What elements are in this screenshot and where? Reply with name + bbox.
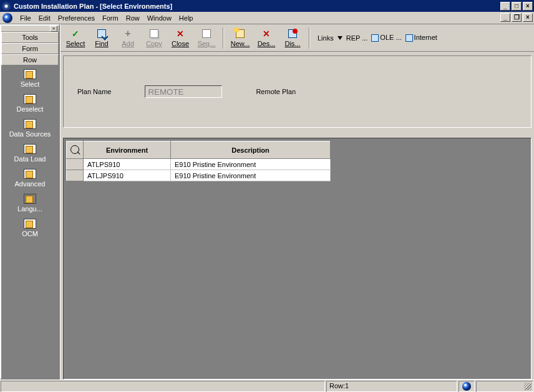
toolbar-add-button: + Add (115, 26, 140, 50)
main-area: ✓ Select Find + Add Copy ✕ Close Seq... (60, 24, 534, 380)
cell-description[interactable]: E910 Pristine Environment (171, 159, 331, 170)
links-dropdown-icon[interactable] (337, 36, 342, 40)
globe-small-icon (462, 382, 471, 391)
toolbar-find-button[interactable]: Find (89, 26, 114, 50)
menu-window[interactable]: Window (143, 13, 175, 23)
row-selector[interactable] (67, 159, 84, 170)
environments-table[interactable]: Environment Description ATLPS910 E910 Pr… (66, 141, 331, 181)
toolbar-separator (223, 27, 224, 49)
menu-preferences[interactable]: Preferences (54, 13, 99, 23)
plan-desc-label: Remote Plan (256, 88, 296, 95)
search-icon (70, 145, 79, 154)
status-row: Row:1 (326, 381, 457, 392)
toolbar-dis-button[interactable]: Dis... (280, 26, 305, 50)
titlebar: Custom Installation Plan - [Select Envir… (0, 0, 534, 12)
des-icon: ✕ (261, 28, 272, 39)
row-selector[interactable] (67, 170, 84, 181)
find-icon (97, 29, 106, 38)
close-window-button[interactable]: × (523, 2, 533, 11)
minimize-button[interactable]: _ (500, 2, 510, 11)
menu-form[interactable]: Form (99, 13, 122, 23)
plus-icon: + (122, 28, 134, 39)
data-load-icon (24, 144, 36, 154)
menu-edit[interactable]: Edit (35, 13, 54, 23)
sidebar-grip[interactable]: × (1, 26, 59, 32)
status-cell-4 (476, 381, 533, 392)
content-area: Plan Name Remote Plan Environment Descri… (61, 52, 534, 380)
plan-name-input[interactable] (145, 85, 222, 98)
table-row[interactable]: ATLJPS910 E910 Pristine Environment (67, 170, 331, 181)
data-sources-icon (24, 119, 36, 129)
sidebar-close-icon[interactable]: × (50, 26, 57, 32)
cell-environment[interactable]: ATLPS910 (84, 159, 171, 170)
ole-icon (371, 34, 379, 42)
table-row[interactable]: ATLPS910 E910 Pristine Environment (67, 159, 331, 170)
menu-file[interactable]: File (16, 13, 35, 23)
new-icon (236, 29, 245, 38)
sidebar: × Tools Form Row Select Deselect Data So… (0, 24, 60, 380)
col-header-environment[interactable]: Environment (84, 141, 171, 159)
sidebar-button-row[interactable]: Row (1, 54, 59, 65)
link-ole[interactable]: OLE ... (371, 34, 401, 42)
menu-row[interactable]: Row (122, 13, 143, 23)
sidebar-action-data-load[interactable]: Data Load (1, 144, 59, 163)
app-icon (1, 1, 11, 11)
mdi-close-button[interactable]: × (523, 13, 533, 22)
plan-name-label: Plan Name (77, 88, 111, 95)
select-icon (24, 69, 36, 79)
resize-grip[interactable] (524, 383, 532, 390)
link-internet[interactable]: Internet (405, 34, 437, 42)
col-header-description[interactable]: Description (171, 141, 331, 159)
sidebar-button-tools[interactable]: Tools (1, 32, 59, 43)
row-selector-header[interactable] (67, 141, 84, 159)
status-cell-1 (1, 381, 325, 392)
sidebar-action-deselect[interactable]: Deselect (1, 94, 59, 113)
menubar: File Edit Preferences Form Row Window He… (0, 12, 534, 24)
sidebar-action-ocm[interactable]: OCM (1, 219, 59, 237)
link-rep[interactable]: REP ... (346, 34, 368, 42)
sidebar-action-advanced[interactable]: Advanced (1, 169, 59, 188)
maximize-button[interactable]: □ (512, 2, 522, 11)
form-panel: Plan Name Remote Plan (63, 55, 532, 128)
statusbar: Row:1 (0, 380, 534, 392)
sidebar-action-languages[interactable]: Langu... (1, 194, 59, 213)
toolbar-des-button[interactable]: ✕ Des... (254, 26, 279, 50)
mdi-restore-button[interactable]: ❐ (512, 13, 522, 22)
toolbar-seq-button: Seq... (194, 26, 219, 50)
links-area: Links REP ... OLE ... Internet (318, 34, 437, 42)
toolbar-close-button[interactable]: ✕ Close (168, 26, 193, 50)
dis-icon (288, 29, 297, 38)
sidebar-panel: Select Deselect Data Sources Data Load A… (1, 65, 59, 378)
copy-icon (150, 29, 158, 38)
cell-environment[interactable]: ATLJPS910 (84, 170, 171, 181)
ocm-icon (24, 219, 36, 229)
internet-icon (405, 34, 413, 42)
links-label: Links (318, 34, 334, 42)
sidebar-action-select[interactable]: Select (1, 69, 59, 88)
close-icon: ✕ (175, 28, 186, 39)
languages-icon (24, 194, 36, 204)
status-globe (459, 381, 475, 392)
grid-area[interactable]: Environment Description ATLPS910 E910 Pr… (63, 138, 532, 380)
window-title: Custom Installation Plan - [Select Envir… (14, 2, 500, 10)
advanced-icon (24, 169, 36, 179)
sidebar-action-data-sources[interactable]: Data Sources (1, 119, 59, 138)
menu-help[interactable]: Help (175, 13, 197, 23)
globe-icon (2, 13, 12, 23)
toolbar-select-button[interactable]: ✓ Select (63, 26, 88, 50)
check-icon: ✓ (70, 28, 81, 39)
seq-icon (202, 29, 211, 38)
toolbar-new-button[interactable]: New... (228, 26, 253, 50)
toolbar: ✓ Select Find + Add Copy ✕ Close Seq... (61, 24, 534, 52)
toolbar-copy-button: Copy (142, 26, 167, 50)
cell-description[interactable]: E910 Pristine Environment (171, 170, 331, 181)
toolbar-separator-2 (309, 27, 310, 49)
sidebar-button-form[interactable]: Form (1, 43, 59, 54)
deselect-icon (24, 94, 36, 104)
mdi-minimize-button[interactable]: _ (500, 13, 510, 22)
